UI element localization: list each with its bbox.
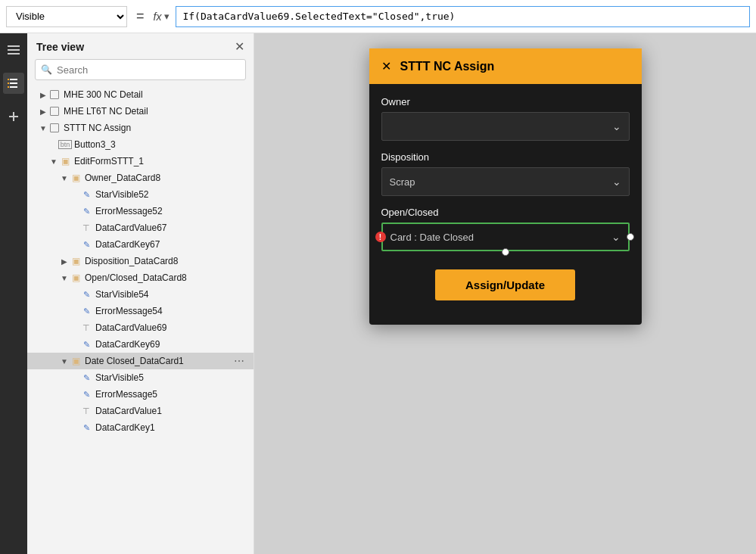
svg-rect-0: [8, 45, 20, 47]
table-icon: ⊤: [80, 405, 92, 417]
resize-handle-bottom[interactable]: [502, 248, 509, 256]
chevron-down-icon: ⌄: [612, 176, 621, 188]
button-ctrl-icon: btn: [59, 138, 71, 151]
expand-icon: ▶: [38, 91, 48, 99]
node-label: Open/Closed_DataCard8: [85, 272, 187, 283]
list-item[interactable]: ▼ ▣ Date Closed_DataCard1 ⋯: [27, 353, 254, 369]
formula-input[interactable]: [176, 6, 750, 27]
list-item[interactable]: ✎ DataCardKey67: [27, 236, 254, 253]
tree-content: ▶ MHE 300 NC Detail ▶ MHE LT6T NC Detail…: [27, 86, 254, 554]
main-area: Tree view ✕ 🔍 ▶ MHE 300 NC Detail ▶ MHE …: [0, 33, 756, 554]
fx-icon: fx: [154, 11, 162, 23]
svg-rect-6: [8, 79, 9, 80]
tree-header: Tree view ✕: [27, 33, 254, 59]
list-item[interactable]: ▼ ▣ Owner_DataCard8: [27, 170, 254, 186]
pencil-icon: ✎: [80, 422, 92, 434]
search-input[interactable]: [35, 59, 246, 80]
pencil-icon: ✎: [80, 338, 92, 350]
folder-icon: ▣: [70, 172, 82, 184]
more-options-button[interactable]: ⋯: [231, 355, 247, 367]
list-item[interactable]: ✎ ErrorMessage54: [27, 303, 254, 319]
list-item[interactable]: ✎ StarVisible5: [27, 369, 254, 386]
list-item[interactable]: ⊤ DataCardValue1: [27, 403, 254, 419]
equals-sign: =: [133, 8, 148, 24]
node-label: StarVisible52: [95, 189, 149, 200]
expand-icon: ▼: [59, 274, 70, 282]
table-icon: ⊤: [80, 322, 92, 334]
svg-rect-2: [8, 53, 20, 54]
pencil-icon: ✎: [80, 288, 92, 300]
sidebar-insert-icon[interactable]: [3, 106, 24, 127]
assign-update-button[interactable]: Assign/Update: [435, 269, 575, 300]
node-label: Disposition_DataCard8: [85, 256, 178, 266]
sidebar-icons: [0, 33, 27, 554]
pencil-icon: ✎: [80, 238, 92, 251]
list-item[interactable]: ✎ StarVisible52: [27, 186, 254, 203]
disposition-value: Scrap: [390, 176, 415, 188]
node-label: Date Closed_DataCard1: [85, 356, 184, 366]
app-card-body: Owner ⌄ Disposition Scrap ⌄ Ope: [369, 84, 642, 325]
property-select[interactable]: Visible: [6, 6, 127, 27]
list-item[interactable]: ✎ DataCardKey69: [27, 336, 254, 353]
owner-field-group: Owner ⌄: [381, 96, 630, 141]
app-close-button[interactable]: ✕: [381, 59, 391, 73]
app-card-header: ✕ STTT NC Assign: [369, 48, 642, 84]
list-item[interactable]: ▶ ▣ Disposition_DataCard8: [27, 253, 254, 269]
svg-rect-7: [8, 82, 9, 84]
app-card-preview: ✕ STTT NC Assign Owner ⌄ Disposition: [369, 48, 642, 325]
tree-panel: Tree view ✕ 🔍 ▶ MHE 300 NC Detail ▶ MHE …: [27, 33, 254, 554]
owner-label: Owner: [381, 96, 630, 107]
svg-rect-5: [10, 86, 17, 88]
disposition-dropdown[interactable]: Scrap ⌄: [381, 167, 630, 196]
open-closed-value: Card : Date Closed: [390, 232, 474, 243]
search-icon: 🔍: [41, 64, 52, 75]
list-item[interactable]: ▶ MHE LT6T NC Detail: [27, 103, 254, 120]
expand-icon: ▶: [38, 107, 48, 116]
table-icon: ⊤: [80, 222, 92, 234]
resize-handle-right[interactable]: [627, 233, 634, 241]
sidebar-tree-icon[interactable]: [3, 73, 24, 94]
list-item[interactable]: ⊤ DataCardValue67: [27, 219, 254, 236]
svg-rect-3: [10, 79, 17, 80]
list-item[interactable]: ✎ StarVisible54: [27, 286, 254, 303]
checkbox-icon: [48, 89, 61, 101]
folder-icon: ▣: [59, 155, 71, 167]
list-item[interactable]: ▼ ▣ EditFormSTTT_1: [27, 153, 254, 170]
list-item[interactable]: ✎ DataCardKey1: [27, 419, 254, 436]
tree-title: Tree view: [36, 41, 84, 53]
list-item[interactable]: ✎ ErrorMessage52: [27, 203, 254, 219]
list-item[interactable]: ⊤ DataCardValue69: [27, 319, 254, 336]
expand-icon: ▼: [59, 174, 70, 182]
node-label: DataCardValue1: [95, 406, 162, 416]
node-label: DataCardKey1: [95, 422, 155, 433]
node-label: StarVisible54: [95, 289, 149, 300]
list-item[interactable]: btn Button3_3: [27, 136, 254, 153]
list-item[interactable]: ▼ STTT NC Assign: [27, 120, 254, 136]
pencil-icon: ✎: [80, 305, 92, 317]
node-label: ErrorMessage5: [95, 389, 157, 400]
expand-icon: ▼: [59, 357, 70, 366]
pencil-icon: ✎: [80, 188, 92, 201]
sidebar-menu-icon[interactable]: [3, 39, 24, 61]
node-label: ErrorMessage54: [95, 306, 163, 316]
fx-indicator: fx ▾: [154, 11, 170, 23]
list-item[interactable]: ▶ MHE 300 NC Detail: [27, 86, 254, 103]
node-label: MHE LT6T NC Detail: [64, 106, 148, 117]
open-closed-dropdown[interactable]: Card : Date Closed ⌄: [381, 223, 630, 251]
node-label: STTT NC Assign: [64, 123, 131, 133]
chevron-icon: ▾: [164, 11, 170, 22]
disposition-label: Disposition: [381, 151, 630, 163]
svg-rect-4: [10, 82, 17, 84]
list-item[interactable]: ▼ ▣ Open/Closed_DataCard8: [27, 269, 254, 286]
owner-dropdown[interactable]: ⌄: [381, 112, 630, 141]
node-label: DataCardKey69: [95, 339, 160, 350]
error-indicator: !: [375, 232, 386, 242]
open-closed-label: Open/Closed: [381, 207, 630, 218]
list-item[interactable]: ✎ ErrorMessage5: [27, 386, 254, 403]
node-label: DataCardValue67: [95, 223, 167, 233]
tree-close-button[interactable]: ✕: [235, 41, 244, 53]
node-label: DataCardValue69: [95, 322, 167, 333]
chevron-down-icon: ⌄: [611, 231, 621, 243]
pencil-icon: ✎: [80, 205, 92, 217]
node-label: Button3_3: [74, 139, 116, 150]
